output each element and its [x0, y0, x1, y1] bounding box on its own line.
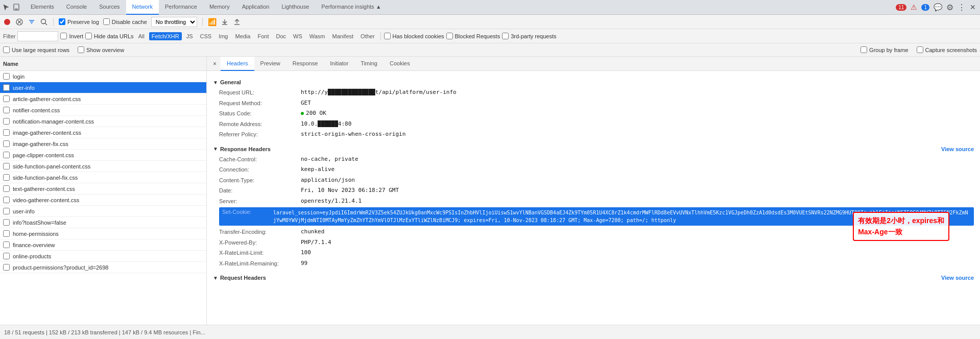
request-checkbox[interactable] — [3, 95, 10, 102]
devtools-device-icon[interactable] — [12, 3, 20, 11]
record-button[interactable] — [3, 18, 11, 26]
filter-all-btn[interactable]: All — [136, 32, 147, 40]
disable-cache-checkbox[interactable] — [103, 18, 110, 25]
request-item-home-permissions[interactable]: home-permissions — [0, 228, 206, 239]
response-headers-section-header[interactable]: ▼ Response Headers View source — [213, 144, 974, 154]
request-item-notification-css[interactable]: notification-manager-content.css — [0, 116, 206, 127]
tab-memory[interactable]: Memory — [203, 0, 236, 15]
filter-css-btn[interactable]: CSS — [198, 32, 214, 40]
tab-performance[interactable]: Performance — [159, 0, 203, 15]
request-headers-view-source[interactable]: View source — [941, 275, 974, 281]
close-devtools-button[interactable]: ✕ — [968, 2, 978, 12]
tab-performance-insights[interactable]: Performance insights ▲ — [315, 0, 387, 15]
request-checkbox[interactable] — [3, 264, 10, 271]
filter-ws-btn[interactable]: WS — [291, 32, 305, 40]
blocked-requests-checkbox[interactable] — [446, 33, 453, 39]
request-checkbox[interactable] — [3, 140, 10, 147]
request-item-side-function-css[interactable]: side-function-panel-content.css — [0, 161, 206, 172]
request-item-side-function-fix-css[interactable]: side-function-panel-fix.css — [0, 172, 206, 183]
group-by-frame-checkbox[interactable] — [861, 46, 867, 53]
request-checkbox[interactable] — [3, 219, 10, 226]
more-icon[interactable]: ⋮ — [958, 3, 966, 12]
request-item-user-info-2[interactable]: user-info — [0, 206, 206, 217]
request-checkbox[interactable] — [3, 185, 10, 192]
filter-other-btn[interactable]: Other — [358, 32, 377, 40]
request-item-online-products[interactable]: online-products — [0, 251, 206, 262]
detail-tab-preview[interactable]: Preview — [254, 57, 286, 71]
invert-checkbox[interactable] — [60, 33, 67, 39]
show-overview-label[interactable]: Show overview — [78, 46, 124, 53]
tab-lighthouse[interactable]: Lighthouse — [275, 0, 315, 15]
request-checkbox[interactable] — [3, 230, 10, 237]
request-checkbox[interactable] — [3, 84, 10, 91]
filter-doc-btn[interactable]: Doc — [273, 32, 289, 40]
request-item-user-info[interactable]: user-info — [0, 82, 206, 93]
invert-label[interactable]: Invert — [60, 33, 83, 39]
request-item-video-css[interactable]: video-gatherer-content.css — [0, 195, 206, 206]
detail-tab-cookies[interactable]: Cookies — [384, 57, 416, 71]
request-checkbox[interactable] — [3, 118, 10, 125]
large-rows-checkbox[interactable] — [3, 46, 10, 53]
request-item-page-clipper-css[interactable]: page-clipper-content.css — [0, 150, 206, 161]
filter-img-btn[interactable]: Img — [216, 32, 230, 40]
request-checkbox[interactable] — [3, 208, 10, 214]
has-blocked-cookies-checkbox[interactable] — [384, 33, 391, 39]
detail-tab-response[interactable]: Response — [286, 57, 324, 71]
import-button[interactable] — [221, 18, 229, 26]
export-button[interactable] — [233, 18, 241, 26]
detail-tab-timing[interactable]: Timing — [354, 57, 384, 71]
show-overview-checkbox[interactable] — [78, 46, 84, 53]
preserve-log-checkbox[interactable] — [59, 18, 65, 25]
hide-data-checkbox[interactable] — [85, 33, 92, 39]
detail-tab-headers[interactable]: Headers — [221, 57, 254, 71]
tab-network[interactable]: Network — [126, 0, 159, 15]
devtools-pointer-icon[interactable] — [2, 3, 10, 11]
request-item-product-permissions[interactable]: product-permissions?product_id=2698 — [0, 262, 206, 273]
third-party-label[interactable]: 3rd-party requests — [502, 33, 556, 39]
settings-icon[interactable]: ⚙ — [946, 3, 953, 12]
has-blocked-cookies-label[interactable]: Has blocked cookies — [384, 33, 444, 39]
request-item-text-css[interactable]: text-gatherer-content.css — [0, 183, 206, 195]
disable-cache-label[interactable]: Disable cache — [103, 18, 147, 25]
large-rows-label[interactable]: Use large request rows — [3, 46, 69, 53]
preserve-log-label[interactable]: Preserve log — [59, 18, 99, 25]
tab-application[interactable]: Application — [236, 0, 276, 15]
request-item-finance-overview[interactable]: finance-overview — [0, 239, 206, 251]
detail-tab-initiator[interactable]: Initiator — [324, 57, 354, 71]
detail-close-btn[interactable]: × — [209, 58, 221, 69]
request-checkbox[interactable] — [3, 73, 10, 80]
request-checkbox[interactable] — [3, 197, 10, 203]
group-by-frame-label[interactable]: Group by frame — [861, 46, 908, 53]
request-item-info-toast[interactable]: info?toastShow=false — [0, 217, 206, 228]
filter-js-btn[interactable]: JS — [184, 32, 196, 40]
request-item-article-css[interactable]: article-gatherer-content.css — [0, 93, 206, 105]
filter-fetch-xhr-btn[interactable]: Fetch/XHR — [149, 32, 182, 40]
hide-data-label[interactable]: Hide data URLs — [85, 33, 134, 39]
capture-screenshots-label[interactable]: Capture screenshots — [917, 46, 977, 53]
request-checkbox[interactable] — [3, 152, 10, 158]
filter-media-btn[interactable]: Media — [232, 32, 253, 40]
request-item-notifier-css[interactable]: notifier-content.css — [0, 105, 206, 116]
response-headers-view-source[interactable]: View source — [941, 146, 974, 152]
tab-sources[interactable]: Sources — [93, 0, 126, 15]
request-checkbox[interactable] — [3, 253, 10, 259]
request-checkbox[interactable] — [3, 174, 10, 181]
request-headers-section-header[interactable]: ▼ Request Headers View source — [213, 273, 974, 283]
tab-console[interactable]: Console — [60, 0, 93, 15]
request-checkbox[interactable] — [3, 163, 10, 170]
tab-elements[interactable]: Elements — [25, 0, 60, 15]
blocked-requests-label[interactable]: Blocked Requests — [446, 33, 500, 39]
request-checkbox[interactable] — [3, 129, 10, 136]
request-checkbox[interactable] — [3, 107, 10, 113]
throttle-select[interactable]: No throttling — [151, 17, 197, 27]
request-item-image-fix-css[interactable]: image-gatherer-fix.css — [0, 138, 206, 150]
filter-toggle-button[interactable] — [28, 18, 36, 26]
request-item-login[interactable]: login — [0, 71, 206, 82]
request-item-image-gatherer-css[interactable]: image-gatherer-content.css — [0, 127, 206, 138]
request-checkbox[interactable] — [3, 241, 10, 248]
third-party-checkbox[interactable] — [502, 33, 509, 39]
filter-input[interactable] — [17, 31, 58, 41]
filter-font-btn[interactable]: Font — [255, 32, 271, 40]
clear-button[interactable] — [15, 18, 23, 26]
general-section-header[interactable]: ▼ General — [213, 77, 974, 87]
